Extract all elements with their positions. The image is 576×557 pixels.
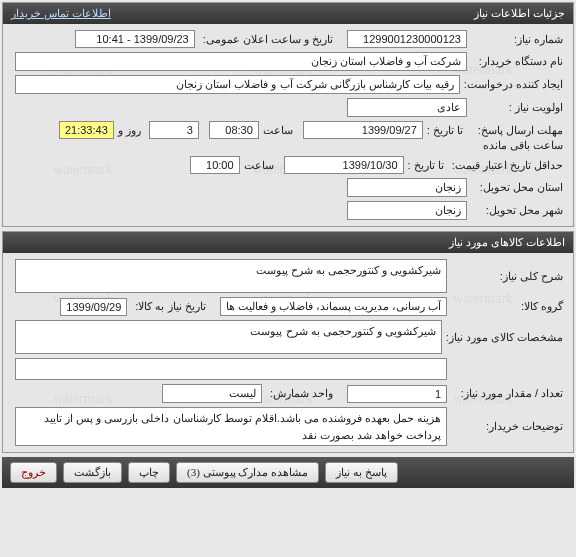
panel1-header: جزئیات اطلاعات نیاز اطلاعات تماس خریدار — [3, 3, 573, 24]
time-remaining: 21:33:43 — [59, 121, 114, 139]
date-to-label: تاریخ نیاز به کالا: — [131, 298, 209, 315]
days-label: روز و — [118, 124, 141, 137]
deadline-label: مهلت ارسال پاسخ: — [467, 122, 567, 139]
spec-label: مشخصات کالای مورد نیاز: — [442, 329, 567, 346]
back-button[interactable]: بازگشت — [63, 462, 122, 483]
spec-label-empty — [447, 367, 567, 371]
notes-value: هزینه حمل بعهده فروشنده می باشد.اقلام تو… — [15, 407, 447, 446]
panel2-title: اطلاعات کالاهای مورد نیاز — [449, 236, 565, 249]
city-label: شهر محل تحویل: — [467, 202, 567, 219]
creator-value: رقیه بیات کارشناس بازرگانی شرکت آب و فاض… — [15, 75, 460, 94]
exit-button[interactable]: خروج — [10, 462, 57, 483]
until-label-2: تا تاریخ : — [408, 159, 444, 172]
city-value: زنجان — [347, 201, 467, 220]
remain-label: ساعت باقی مانده — [483, 139, 563, 152]
view-attachments-button[interactable]: مشاهده مدارک پیوستی (3) — [176, 462, 319, 483]
panel2-header: اطلاعات کالاهای مورد نیاز — [3, 232, 573, 253]
province-value: زنجان — [347, 178, 467, 197]
panel2-body: شرح کلی نیاز: شیرکشویی و کنتورحجمی به شر… — [3, 253, 573, 452]
min-valid-time: 10:00 — [190, 156, 240, 174]
deadline-date: 1399/09/27 — [303, 121, 423, 139]
panel1-title: جزئیات اطلاعات نیاز — [474, 7, 565, 20]
group-label: گروه کالا: — [447, 298, 567, 315]
print-button[interactable]: چاپ — [128, 462, 170, 483]
contact-link[interactable]: اطلاعات تماس خریدار — [11, 7, 111, 20]
buyer-label: نام دستگاه خریدار: — [467, 53, 567, 70]
province-label: استان محل تحویل: — [467, 179, 567, 196]
creator-label: ایجاد کننده درخواست: — [460, 76, 567, 93]
priority-label: اولویت نیاز : — [467, 99, 567, 116]
announce-label: تاریخ و ساعت اعلان عمومی: — [199, 31, 337, 48]
priority-value: عادی — [347, 98, 467, 117]
spec-value: شیرکشویی و کنتورحجمی به شرح پیوست — [15, 320, 442, 354]
spec-empty-box — [15, 358, 447, 380]
date-to-value: 1399/09/29 — [60, 298, 127, 316]
panel1-body: شماره نیاز: 1299001230000123 تاریخ و ساع… — [3, 24, 573, 226]
reply-button[interactable]: پاسخ به نیاز — [325, 462, 398, 483]
notes-label: توضیحات خریدار: — [447, 418, 567, 435]
desc-label: شرح کلی نیاز: — [447, 268, 567, 285]
min-valid-label: حداقل تاریخ اعتبار قیمت: — [448, 157, 567, 174]
group-value: آب رسانی، مدیریت پسماند، فاضلاب و فعالیت… — [220, 297, 447, 316]
deadline-time: 08:30 — [209, 121, 259, 139]
unit-label: واحد شمارش: — [266, 385, 337, 402]
until-label: تا تاریخ : — [427, 124, 463, 137]
footer-toolbar: پاسخ به نیاز مشاهده مدارک پیوستی (3) چاپ… — [2, 457, 574, 488]
days-remaining: 3 — [149, 121, 199, 139]
buyer-value: شرکت آب و فاضلاب استان زنجان — [15, 52, 467, 71]
unit-value: لیست — [162, 384, 262, 403]
time-label-1: ساعت — [263, 124, 293, 137]
need-details-panel: جزئیات اطلاعات نیاز اطلاعات تماس خریدار … — [2, 2, 574, 227]
announce-value: 1399/09/23 - 10:41 — [75, 30, 195, 48]
qty-label: تعداد / مقدار مورد نیاز: — [447, 385, 567, 402]
min-valid-date: 1399/10/30 — [284, 156, 404, 174]
qty-value: 1 — [347, 385, 447, 403]
need-no-label: شماره نیاز: — [467, 31, 567, 48]
desc-value: شیرکشویی و کنتورحجمی به شرح پیوست — [15, 259, 447, 293]
time-label-2: ساعت — [244, 159, 274, 172]
need-no-value: 1299001230000123 — [347, 30, 467, 48]
goods-info-panel: اطلاعات کالاهای مورد نیاز شرح کلی نیاز: … — [2, 231, 574, 453]
